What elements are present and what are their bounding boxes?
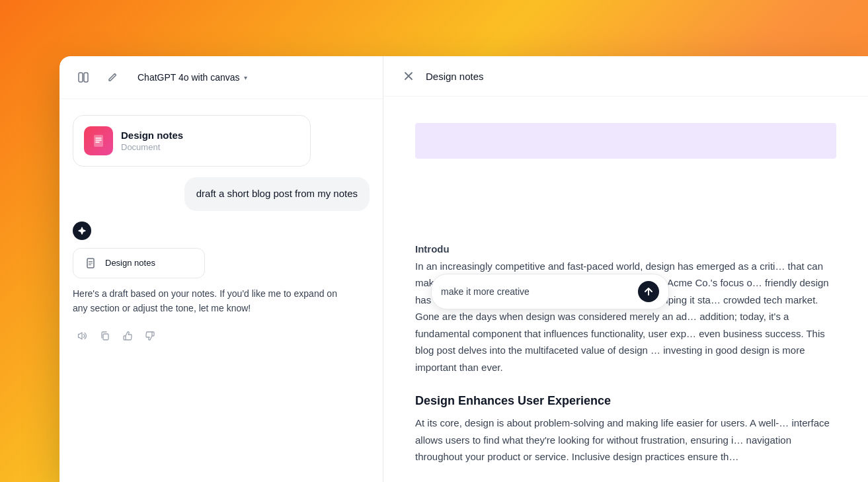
canvas-content: The Value of Design Introdu In an increa…	[383, 97, 868, 482]
action-bar	[73, 326, 370, 346]
ai-response-text: Here's a draft based on your notes. If y…	[73, 286, 337, 316]
attachment-info: Design notes Document	[121, 130, 183, 152]
attachment-title: Design notes	[121, 130, 183, 141]
section2-text: At its core, design is about problem-sol…	[415, 415, 836, 465]
thumbs-up-button[interactable]	[118, 326, 138, 346]
user-message: draft a short blog post from my notes	[184, 177, 370, 211]
intro-label: Introdu	[415, 243, 450, 255]
chat-messages: Design notes Document draft a short blog…	[59, 99, 383, 482]
left-panel: ChatGPT 4o with canvas ▾ Design notes Do…	[59, 56, 383, 482]
document-ref-card[interactable]: Design notes	[73, 248, 205, 278]
inline-prompt-input[interactable]	[441, 286, 631, 297]
attachment-icon	[84, 126, 113, 155]
right-panel: Design notes The Value of Design Introdu…	[383, 56, 868, 482]
document-ref-label: Design notes	[105, 258, 155, 268]
inline-prompt-submit[interactable]	[638, 281, 659, 302]
model-name: ChatGPT 4o with canvas	[138, 72, 240, 83]
attachment-subtitle: Document	[121, 142, 183, 152]
svg-rect-1	[84, 73, 88, 82]
ai-response-area: Design notes Here's a draft based on you…	[73, 221, 370, 346]
left-header: ChatGPT 4o with canvas ▾	[59, 56, 383, 99]
svg-rect-0	[79, 73, 83, 82]
main-container: ChatGPT 4o with canvas ▾ Design notes Do…	[59, 56, 868, 482]
ai-icon	[73, 221, 91, 240]
inline-prompt-container	[431, 274, 669, 309]
sidebar-toggle-button[interactable]	[73, 67, 94, 88]
thumbs-down-button[interactable]	[140, 326, 160, 346]
model-selector[interactable]: ChatGPT 4o with canvas ▾	[131, 68, 254, 87]
copy-button[interactable]	[95, 326, 115, 346]
canvas-title: Design notes	[426, 71, 484, 82]
svg-rect-2	[94, 135, 103, 147]
section2-title: Design Enhances User Experience	[415, 394, 836, 408]
attachment-card[interactable]: Design notes Document	[73, 115, 311, 167]
chevron-down-icon: ▾	[244, 74, 247, 81]
edit-button[interactable]	[102, 67, 123, 88]
doc-section-2: Design Enhances User Experience At its c…	[415, 394, 836, 465]
svg-rect-4	[103, 334, 108, 340]
right-header: Design notes	[383, 56, 868, 97]
close-canvas-button[interactable]	[399, 67, 418, 85]
document-title: The Value of Design	[415, 123, 836, 159]
speaker-button[interactable]	[73, 326, 93, 346]
document-ref-icon	[83, 255, 99, 271]
